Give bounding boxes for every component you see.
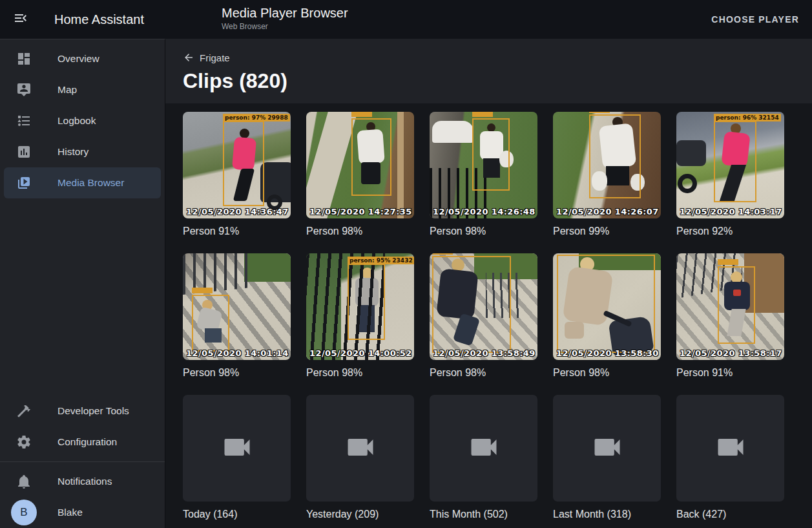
clip-thumbnail: 12/05/2020 14:27:35	[306, 112, 414, 218]
clip-thumbnail: 12/05/2020 14:26:48	[430, 112, 537, 218]
detection-bbox	[472, 118, 510, 191]
clip-thumbnail: 12/05/2020 13:58:49	[430, 253, 537, 360]
video-camera-icon	[714, 430, 747, 467]
breadcrumb-label: Frigate	[200, 52, 230, 63]
clip-timestamp: 12/05/2020 14:27:35	[309, 207, 412, 216]
clips-grid: person: 97% 29988 12/05/2020 14:36:47 Pe…	[165, 103, 812, 528]
detection-bbox: person: 97% 29988	[223, 121, 264, 206]
detection-label	[472, 112, 493, 117]
folder-card-last-month[interactable]: Last Month (318)	[553, 395, 661, 520]
scene-shape	[678, 174, 697, 193]
folder-thumbnail	[676, 395, 784, 502]
clip-thumbnail: 12/05/2020 14:01:14	[183, 253, 291, 360]
scene-shape	[676, 140, 706, 166]
sidebar-item-label: Notifications	[57, 476, 112, 487]
detection-bbox: person: 95% 23432	[348, 264, 385, 340]
panel-subtitle: Web Browser	[222, 22, 348, 31]
sidebar-item-overview[interactable]: Overview	[4, 43, 161, 74]
clip-card[interactable]: person: 96% 32154 12/05/2020 14:03:17 Pe…	[676, 112, 784, 237]
folder-thumbnail	[553, 395, 661, 502]
clip-card[interactable]: 12/05/2020 14:01:14 Person 98%	[183, 253, 291, 379]
video-camera-icon	[467, 430, 501, 467]
clip-label: Person 92%	[676, 226, 784, 237]
bell-icon	[16, 474, 32, 489]
sidebar-toggle-button[interactable]	[5, 4, 36, 35]
detection-label: person: 97% 29988	[223, 114, 290, 121]
sidebar-spacer	[0, 198, 165, 396]
app-bar: Home Assistant Media Player Browser Web …	[0, 0, 812, 39]
detection-label	[432, 253, 453, 255]
sidebar-item-label: Logbook	[57, 115, 96, 127]
clip-card[interactable]: 12/05/2020 13:58:49 Person 98%	[430, 253, 537, 379]
clip-label: Person 98%	[430, 367, 537, 379]
clip-timestamp: 12/05/2020 14:26:07	[556, 207, 659, 216]
clip-thumbnail: 12/05/2020 13:58:30	[553, 253, 661, 360]
folder-card-today[interactable]: Today (164)	[183, 395, 291, 520]
main-content: Frigate Clips (820) person: 97% 29988 12…	[165, 39, 812, 528]
clip-card[interactable]: 12/05/2020 13:58:30 Person 98%	[553, 253, 661, 379]
folder-label: Back (427)	[676, 509, 784, 520]
video-camera-icon	[220, 430, 254, 467]
play-box-multiple-icon	[16, 175, 32, 191]
clip-card[interactable]: 12/05/2020 14:26:48 Person 98%	[430, 112, 537, 237]
detection-label: person: 96% 32154	[714, 114, 781, 121]
clip-timestamp: 12/05/2020 14:01:14	[186, 348, 289, 358]
clip-timestamp: 12/05/2020 14:00:52	[309, 348, 412, 358]
folder-card-yesterday[interactable]: Yesterday (209)	[306, 395, 414, 520]
sidebar-item-media-browser[interactable]: Media Browser	[4, 167, 161, 198]
sidebar: Overview Map Logbook History Media Brows…	[0, 39, 165, 528]
breadcrumb-back[interactable]: Frigate	[183, 52, 230, 63]
folder-thumbnail	[183, 395, 291, 502]
clip-thumbnail: person: 96% 32154 12/05/2020 14:03:17	[676, 112, 784, 218]
detection-bbox	[557, 255, 655, 353]
folder-card-this-month[interactable]: This Month (502)	[430, 395, 537, 520]
detection-label	[192, 288, 213, 293]
clip-thumbnail: person: 97% 29988 12/05/2020 14:36:47	[183, 112, 291, 218]
view-dashboard-icon	[16, 51, 32, 67]
clip-label: Person 98%	[553, 367, 661, 379]
clip-thumbnail: person: 95% 23432 12/05/2020 14:00:52	[306, 253, 414, 360]
user-name: Blake	[57, 507, 83, 518]
sidebar-item-map[interactable]: Map	[4, 74, 161, 105]
sidebar-item-logbook[interactable]: Logbook	[4, 105, 161, 136]
detection-label	[351, 112, 372, 117]
clip-card[interactable]: 12/05/2020 14:26:07 Person 99%	[553, 112, 661, 237]
clip-timestamp: 12/05/2020 13:58:17	[680, 348, 782, 358]
folder-card-back[interactable]: Back (427)	[676, 395, 784, 520]
tooltip-account-icon	[16, 82, 32, 98]
sidebar-item-history[interactable]: History	[4, 136, 161, 167]
sidebar-item-label: History	[57, 146, 88, 158]
clip-timestamp: 12/05/2020 14:26:48	[433, 207, 536, 216]
chart-box-icon	[16, 144, 32, 160]
panel-title: Media Player Browser	[222, 5, 348, 21]
menu-open-icon	[13, 10, 28, 28]
sidebar-item-label: Configuration	[57, 436, 117, 448]
clip-card[interactable]: 12/05/2020 13:58:17 Person 91%	[676, 253, 784, 379]
clip-card[interactable]: 12/05/2020 14:27:35 Person 98%	[306, 112, 414, 237]
content-header: Frigate Clips (820)	[165, 39, 812, 103]
panel-header: Media Player Browser Web Browser	[222, 5, 348, 31]
detection-bbox	[351, 118, 391, 196]
clip-thumbnail: 12/05/2020 14:26:07	[553, 112, 661, 218]
clip-card[interactable]: person: 95% 23432 12/05/2020 14:00:52 Pe…	[306, 253, 414, 379]
sidebar-item-developer-tools[interactable]: Developer Tools	[4, 396, 161, 427]
list-bulleted-icon	[16, 113, 32, 129]
clip-card[interactable]: person: 97% 29988 12/05/2020 14:36:47 Pe…	[183, 112, 291, 237]
sidebar-item-label: Media Browser	[57, 177, 124, 189]
sidebar-item-configuration[interactable]: Configuration	[4, 427, 161, 458]
sidebar-item-profile[interactable]: B Blake	[4, 497, 161, 528]
clip-label: Person 91%	[183, 226, 291, 237]
folder-label: Today (164)	[183, 509, 291, 520]
arrow-left-icon	[183, 52, 194, 63]
folder-label: Yesterday (209)	[306, 509, 414, 520]
detection-label	[718, 259, 738, 265]
sidebar-item-notifications[interactable]: Notifications	[4, 466, 161, 497]
detection-bbox	[192, 295, 229, 352]
scene-shape	[306, 112, 358, 218]
clip-label: Person 98%	[183, 367, 291, 379]
choose-player-button[interactable]: CHOOSE PLAYER	[711, 0, 799, 39]
clip-timestamp: 12/05/2020 14:03:17	[680, 207, 782, 216]
scene-shape	[397, 112, 404, 218]
folder-label: This Month (502)	[430, 509, 537, 520]
folder-thumbnail	[306, 395, 414, 502]
